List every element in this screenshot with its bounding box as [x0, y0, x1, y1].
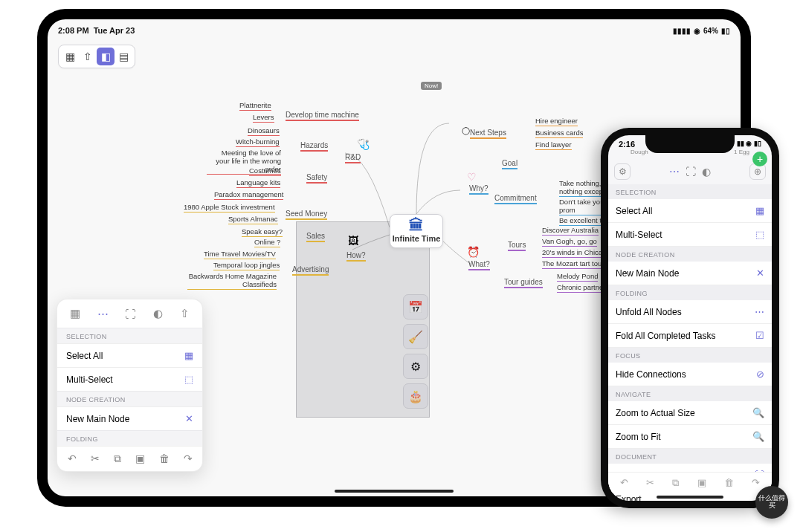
- section-selection: SELECTION: [608, 184, 772, 199]
- cut-icon[interactable]: ✂: [646, 477, 654, 489]
- node-speakeasy[interactable]: Speak easy?: [242, 227, 283, 237]
- iphone-frame: 2:16 ▮▮ ◉ ▮▯ + Dough1 Egg ⚙ ⋯ ⛶ ◐ ⊕ SELE…: [601, 128, 779, 508]
- branch-adv[interactable]: Advertising: [292, 265, 329, 276]
- node-mozart[interactable]: The Mozart tart tour: [542, 259, 604, 269]
- node-costume[interactable]: Costumes: [249, 166, 281, 176]
- center-node[interactable]: 🏛 Infinite Time: [390, 214, 443, 248]
- share-icon[interactable]: ⇧: [180, 307, 190, 320]
- iphone-screen: 2:16 ▮▮ ◉ ▮▯ + Dough1 Egg ⚙ ⋯ ⛶ ◐ ⊕ SELE…: [608, 135, 772, 501]
- undo-icon[interactable]: ↶: [620, 477, 628, 489]
- fold-completed-button[interactable]: Fold All Completed Tasks☑: [608, 324, 772, 348]
- paste-icon[interactable]: ▣: [697, 477, 706, 489]
- iphone-toolbar: ⚙ ⋯ ⛶ ◐ ⊕: [608, 159, 772, 184]
- node-melody[interactable]: Melody Pond: [557, 272, 598, 282]
- popover-tabs: ▦ ⋯ ⛶ ◐ ⇧: [57, 299, 202, 328]
- image-icon[interactable]: ⛶: [686, 166, 696, 178]
- section-folding: FOLDING: [608, 285, 772, 300]
- node-apple[interactable]: 1980 Apple Stock investment: [184, 203, 275, 213]
- branch-goal[interactable]: Goal: [502, 159, 517, 169]
- branch-what[interactable]: What?: [468, 260, 490, 270]
- magnify-icon: 🔍: [752, 407, 764, 418]
- multi-select-button[interactable]: Multi-Select⬚: [57, 367, 202, 391]
- magnify-icon: 🔍: [752, 431, 764, 442]
- circle-icon: ◯: [462, 126, 470, 134]
- trash-icon[interactable]: 🗑: [159, 452, 170, 465]
- node-paradox[interactable]: Paradox management: [214, 190, 283, 200]
- settings-icon[interactable]: ⚙: [614, 163, 631, 180]
- unfold-all-button[interactable]: Unfold All Nodes⋯: [608, 300, 772, 324]
- node-gogh[interactable]: Van Gogh, go, go: [542, 237, 597, 247]
- copy-icon[interactable]: ⧉: [114, 452, 121, 465]
- node-lang[interactable]: Language kits: [236, 178, 280, 188]
- new-main-node-button[interactable]: New Main Node✕: [57, 406, 202, 430]
- zoom-actual-button[interactable]: Zoom to Actual Size🔍: [608, 401, 772, 425]
- branch-hazards[interactable]: Hazards: [300, 141, 328, 152]
- hide-connections-button[interactable]: Hide Connections⊘: [608, 363, 772, 386]
- new-main-node-button[interactable]: New Main Node✕: [608, 262, 772, 285]
- node-chicago[interactable]: 20's winds in Chicago: [542, 248, 610, 258]
- node-plattnerite[interactable]: Plattnerite: [239, 101, 271, 111]
- grid-icon[interactable]: ▦: [70, 307, 80, 320]
- node-icon: ✕: [756, 267, 764, 279]
- undo-icon[interactable]: ↶: [68, 452, 77, 465]
- center-title: Infinite Time: [390, 234, 442, 243]
- node-icon: ✕: [185, 413, 193, 424]
- section-node-creation: NODE CREATION: [57, 391, 202, 406]
- cut-icon[interactable]: ✂: [91, 452, 100, 465]
- section-navigate: NAVIGATE: [608, 386, 772, 401]
- branch-why[interactable]: Why?: [469, 184, 488, 195]
- watermark-badge: 什么值得买: [755, 486, 788, 519]
- copy-icon[interactable]: ⧉: [672, 477, 679, 489]
- branch-sales[interactable]: Sales: [306, 232, 325, 242]
- section-focus: FOCUS: [608, 348, 772, 363]
- zoom-fit-button[interactable]: Zoom to Fit🔍: [608, 425, 772, 449]
- iphone-action-list: SELECTION Select All▦ Multi-Select⬚ NODE…: [608, 184, 772, 501]
- select-all-icon: ▦: [184, 350, 193, 361]
- iphone-bottom-tools: ↶ ✂ ⧉ ▣ 🗑 ↷: [608, 472, 772, 493]
- redo-icon[interactable]: ↷: [752, 477, 760, 489]
- branch-safety[interactable]: Safety: [306, 173, 327, 184]
- branch-guides[interactable]: Tour guides: [504, 278, 543, 288]
- node-levers[interactable]: Levers: [253, 113, 274, 123]
- node-classifieds[interactable]: Backwards Home Magazine Classifieds: [187, 272, 277, 290]
- node-hire[interactable]: Hire engineer: [535, 117, 578, 126]
- image-icon[interactable]: ⛶: [125, 308, 136, 320]
- ipad-action-popover: ▦ ⋯ ⛶ ◐ ⇧ SELECTION Select All▦ Multi-Se…: [57, 299, 203, 472]
- branch-commit[interactable]: Commitment: [494, 194, 537, 204]
- multi-select-button[interactable]: Multi-Select⬚: [608, 223, 772, 247]
- ellipsis-icon[interactable]: ⋯: [97, 307, 109, 320]
- node-dinos[interactable]: Dinosaurs: [248, 126, 280, 136]
- check-icon: ☑: [755, 330, 764, 341]
- redo-icon[interactable]: ↷: [184, 452, 193, 465]
- add-button[interactable]: +: [752, 152, 767, 166]
- branch-next[interactable]: Next Steps: [470, 129, 506, 139]
- node-aus[interactable]: Discover Australia: [542, 226, 599, 236]
- branch-seed[interactable]: Seed Money: [286, 210, 327, 220]
- node-movies[interactable]: Time Travel Movies/TV: [204, 250, 276, 259]
- ellipsis-icon[interactable]: ⋯: [669, 166, 680, 178]
- node-jingles[interactable]: Temporal loop jingles: [213, 261, 280, 270]
- branch-dev[interactable]: Develop time machine: [286, 111, 359, 121]
- select-all-icon: ▦: [755, 205, 764, 216]
- palette-icon[interactable]: ◐: [702, 166, 711, 178]
- trash-icon[interactable]: 🗑: [724, 477, 734, 489]
- node-almanac[interactable]: Sports Almanac: [228, 215, 278, 224]
- select-all-button[interactable]: Select All▦: [608, 199, 772, 223]
- popover-bottom-tools: ↶ ✂ ⧉ ▣ 🗑 ↷: [57, 446, 202, 471]
- section-document: DOCUMENT: [608, 449, 772, 464]
- node-lawyer[interactable]: Find lawyer: [535, 140, 572, 150]
- palette-icon[interactable]: ◐: [153, 307, 163, 320]
- paste-icon[interactable]: ▣: [135, 452, 145, 465]
- select-all-button[interactable]: Select All▦: [57, 343, 202, 367]
- section-folding: FOLDING: [57, 430, 202, 446]
- home-indicator: [657, 496, 723, 499]
- tardis-icon: 🏛: [390, 218, 442, 233]
- node-cards[interactable]: Business cards: [535, 129, 583, 138]
- branch-how[interactable]: How?: [346, 251, 366, 262]
- node-witch[interactable]: Witch-burning: [236, 137, 280, 147]
- multi-select-icon: ⬚: [184, 374, 193, 385]
- branch-rd[interactable]: R&D: [345, 153, 361, 163]
- branch-tours[interactable]: Tours: [508, 241, 526, 251]
- section-selection: SELECTION: [57, 328, 202, 343]
- node-online[interactable]: Online ?: [254, 238, 280, 247]
